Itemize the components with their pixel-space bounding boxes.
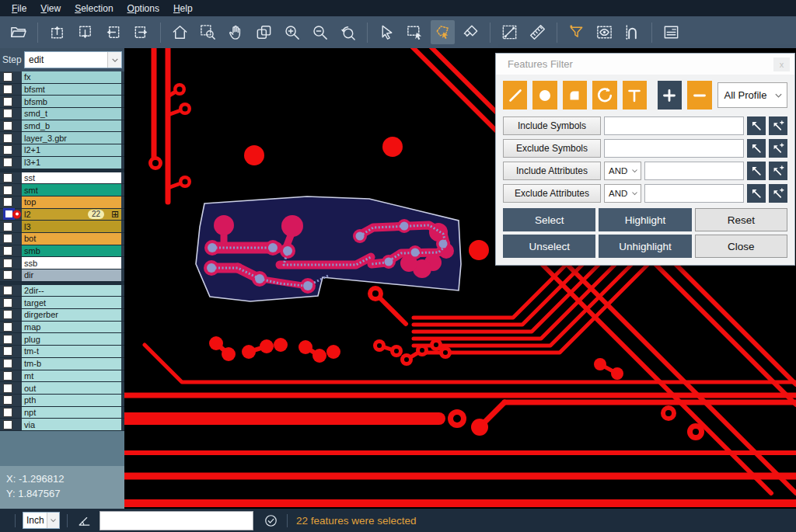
pan-view-icon[interactable]: [252, 20, 276, 44]
surface-feature-button[interactable]: [563, 81, 587, 110]
pan-hand-icon[interactable]: [224, 20, 248, 44]
layer-row[interactable]: mt: [0, 370, 124, 383]
layer-color-chip[interactable]: map: [22, 322, 121, 333]
add-filter-button[interactable]: [658, 81, 682, 110]
layer-color-chip[interactable]: 2dir--: [22, 285, 121, 297]
layer-row[interactable]: fx: [0, 71, 124, 84]
layer-row[interactable]: pth: [0, 395, 124, 407]
layer-color-chip[interactable]: fx: [22, 71, 121, 83]
exclude-symbols-button[interactable]: Exclude Symbols: [503, 139, 601, 158]
close-icon[interactable]: x: [773, 57, 790, 71]
layer-checkbox[interactable]: [3, 121, 12, 130]
remove-filter-button[interactable]: [687, 81, 711, 110]
text-feature-button[interactable]: [623, 81, 647, 110]
layer-color-chip[interactable]: ssb: [22, 257, 121, 269]
layer-checkbox[interactable]: [3, 173, 12, 183]
layer-row[interactable]: bot: [0, 233, 124, 245]
zoom-area-icon[interactable]: [196, 20, 220, 44]
measure-points-icon[interactable]: [498, 20, 522, 44]
unselect-button[interactable]: Unselect: [503, 235, 595, 258]
layer-row[interactable]: smb: [0, 245, 124, 258]
layer-row[interactable]: via: [0, 419, 124, 431]
zoom-in-icon[interactable]: [280, 20, 304, 44]
exclude-symbols-input[interactable]: [604, 139, 744, 158]
layer-row[interactable]: l2 22 ⊞: [0, 209, 124, 221]
select-pointer-icon[interactable]: [375, 20, 399, 44]
layer-checkbox[interactable]: [3, 408, 12, 417]
layer-color-chip[interactable]: mt: [22, 370, 121, 382]
layer-row[interactable]: dir: [0, 269, 124, 282]
layer-color-chip[interactable]: l3+1: [22, 157, 121, 169]
step-select[interactable]: edit: [24, 51, 122, 68]
scroll-right-icon[interactable]: [129, 20, 153, 44]
layer-row[interactable]: bfsmt: [0, 84, 124, 96]
angle-measure-icon[interactable]: [75, 511, 93, 530]
layer-row[interactable]: ssb: [0, 257, 124, 269]
open-file-icon[interactable]: [6, 20, 30, 44]
layer-color-chip[interactable]: pth: [22, 395, 121, 406]
layer-checkbox[interactable]: [3, 335, 12, 344]
layer-checkbox[interactable]: [3, 270, 12, 280]
select-polygon-icon[interactable]: [431, 20, 455, 44]
include-symbols-button[interactable]: Include Symbols: [503, 116, 601, 135]
layer-color-chip[interactable]: plug: [22, 333, 121, 345]
grid-table-icon[interactable]: ⊞: [111, 209, 119, 221]
menu-view[interactable]: View: [33, 2, 68, 16]
unit-select[interactable]: Inch: [23, 512, 60, 529]
layer-row[interactable]: map: [0, 322, 124, 334]
layer-checkbox[interactable]: [3, 222, 12, 231]
layer-checkbox[interactable]: [3, 371, 12, 381]
zoom-out-icon[interactable]: [308, 20, 332, 44]
dialog-title-bar[interactable]: Features Filter x: [496, 54, 794, 75]
layer-color-chip[interactable]: top: [22, 196, 121, 208]
layer-color-chip[interactable]: smt: [22, 184, 121, 196]
layers-panel-icon[interactable]: [659, 20, 683, 44]
features-filter-icon[interactable]: [564, 20, 588, 44]
menu-selection[interactable]: Selection: [68, 2, 120, 16]
round-feature-button[interactable]: [532, 81, 557, 110]
layer-checkbox[interactable]: [3, 85, 12, 94]
layer-row[interactable]: sst: [0, 172, 124, 185]
home-view-icon[interactable]: [168, 20, 192, 44]
layer-color-chip[interactable]: l3: [22, 221, 121, 232]
menu-file[interactable]: File: [5, 2, 33, 16]
layer-color-chip[interactable]: layer_3.gbr: [22, 132, 121, 144]
menu-options[interactable]: Options: [120, 2, 166, 16]
layer-checkbox[interactable]: [3, 420, 12, 429]
arc-feature-button[interactable]: [592, 81, 616, 110]
layer-row[interactable]: l2+1: [0, 144, 124, 157]
layer-checkbox[interactable]: [3, 310, 12, 319]
layer-color-chip[interactable]: tm-b: [22, 358, 121, 370]
layer-row[interactable]: bfsmb: [0, 96, 124, 108]
zoom-previous-icon[interactable]: [336, 20, 360, 44]
pick-add-attribute-icon[interactable]: [769, 162, 787, 180]
layer-row[interactable]: l3: [0, 221, 124, 233]
layer-checkbox[interactable]: [3, 359, 12, 368]
profile-select[interactable]: All Profile: [717, 82, 788, 108]
layer-color-chip[interactable]: smd_t: [22, 108, 121, 120]
layer-checkbox[interactable]: [3, 97, 12, 106]
layer-row[interactable]: l3+1: [0, 157, 124, 169]
layer-color-chip[interactable]: bfsmb: [22, 96, 121, 107]
layer-row[interactable]: dirgerber: [0, 309, 124, 322]
reset-button[interactable]: Reset: [695, 208, 787, 231]
layer-checkbox[interactable]: [3, 259, 12, 268]
layer-row[interactable]: target: [0, 297, 124, 309]
clear-highlight-icon[interactable]: [459, 20, 483, 44]
layer-color-chip[interactable]: bfsmt: [22, 84, 121, 96]
exclude-attributes-button[interactable]: Exclude Attributes: [503, 184, 601, 203]
include-attributes-input[interactable]: [644, 162, 744, 180]
layer-checkbox[interactable]: [3, 346, 12, 356]
layer-row[interactable]: layer_3.gbr: [0, 132, 124, 144]
layer-color-chip[interactable]: bot: [22, 233, 121, 245]
layer-row[interactable]: top: [0, 196, 124, 209]
line-feature-button[interactable]: [503, 81, 527, 110]
layer-row[interactable]: tm-t: [0, 346, 124, 358]
exclude-attributes-input[interactable]: [644, 184, 744, 203]
layer-color-chip[interactable]: smb: [22, 245, 121, 257]
menu-help[interactable]: Help: [166, 2, 200, 16]
scroll-up-icon[interactable]: [45, 20, 69, 44]
layer-color-chip[interactable]: out: [22, 382, 121, 394]
highlight-button[interactable]: Highlight: [599, 208, 691, 231]
snap-mode-icon[interactable]: [620, 20, 644, 44]
